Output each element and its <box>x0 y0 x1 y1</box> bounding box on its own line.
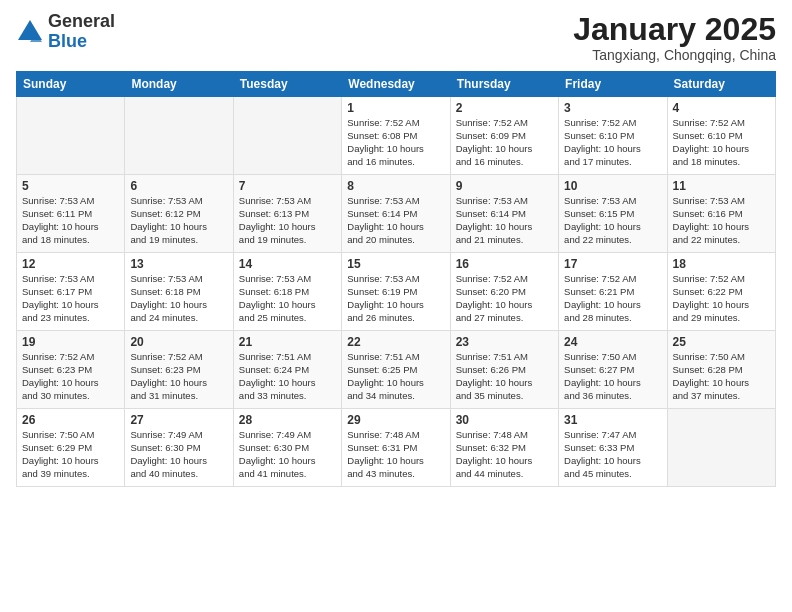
day-number: 30 <box>456 413 553 427</box>
day-number: 20 <box>130 335 227 349</box>
col-saturday: Saturday <box>667 72 775 97</box>
calendar-header-row: Sunday Monday Tuesday Wednesday Thursday… <box>17 72 776 97</box>
day-info: Sunrise: 7:51 AM Sunset: 6:25 PM Dayligh… <box>347 351 444 402</box>
calendar-cell <box>667 409 775 487</box>
header: General Blue January 2025 Tangxiang, Cho… <box>16 12 776 63</box>
day-number: 3 <box>564 101 661 115</box>
day-info: Sunrise: 7:53 AM Sunset: 6:14 PM Dayligh… <box>347 195 444 246</box>
day-number: 1 <box>347 101 444 115</box>
calendar-cell: 15Sunrise: 7:53 AM Sunset: 6:19 PM Dayli… <box>342 253 450 331</box>
calendar-cell <box>233 97 341 175</box>
day-number: 31 <box>564 413 661 427</box>
day-info: Sunrise: 7:53 AM Sunset: 6:11 PM Dayligh… <box>22 195 119 246</box>
calendar-cell: 19Sunrise: 7:52 AM Sunset: 6:23 PM Dayli… <box>17 331 125 409</box>
calendar-cell: 16Sunrise: 7:52 AM Sunset: 6:20 PM Dayli… <box>450 253 558 331</box>
day-number: 6 <box>130 179 227 193</box>
day-info: Sunrise: 7:49 AM Sunset: 6:30 PM Dayligh… <box>239 429 336 480</box>
day-info: Sunrise: 7:48 AM Sunset: 6:32 PM Dayligh… <box>456 429 553 480</box>
calendar-cell: 14Sunrise: 7:53 AM Sunset: 6:18 PM Dayli… <box>233 253 341 331</box>
day-number: 24 <box>564 335 661 349</box>
day-number: 10 <box>564 179 661 193</box>
calendar-week-3: 12Sunrise: 7:53 AM Sunset: 6:17 PM Dayli… <box>17 253 776 331</box>
page: General Blue January 2025 Tangxiang, Cho… <box>0 0 792 612</box>
logo-blue: Blue <box>48 32 115 52</box>
day-number: 11 <box>673 179 770 193</box>
day-info: Sunrise: 7:52 AM Sunset: 6:22 PM Dayligh… <box>673 273 770 324</box>
day-number: 25 <box>673 335 770 349</box>
day-info: Sunrise: 7:52 AM Sunset: 6:21 PM Dayligh… <box>564 273 661 324</box>
col-wednesday: Wednesday <box>342 72 450 97</box>
day-number: 13 <box>130 257 227 271</box>
logo-general: General <box>48 12 115 32</box>
day-info: Sunrise: 7:53 AM Sunset: 6:15 PM Dayligh… <box>564 195 661 246</box>
calendar-cell: 5Sunrise: 7:53 AM Sunset: 6:11 PM Daylig… <box>17 175 125 253</box>
calendar-cell: 9Sunrise: 7:53 AM Sunset: 6:14 PM Daylig… <box>450 175 558 253</box>
day-info: Sunrise: 7:52 AM Sunset: 6:10 PM Dayligh… <box>673 117 770 168</box>
day-number: 23 <box>456 335 553 349</box>
calendar-cell: 12Sunrise: 7:53 AM Sunset: 6:17 PM Dayli… <box>17 253 125 331</box>
day-info: Sunrise: 7:51 AM Sunset: 6:24 PM Dayligh… <box>239 351 336 402</box>
day-number: 9 <box>456 179 553 193</box>
day-info: Sunrise: 7:53 AM Sunset: 6:13 PM Dayligh… <box>239 195 336 246</box>
day-number: 18 <box>673 257 770 271</box>
calendar-cell: 27Sunrise: 7:49 AM Sunset: 6:30 PM Dayli… <box>125 409 233 487</box>
day-info: Sunrise: 7:53 AM Sunset: 6:19 PM Dayligh… <box>347 273 444 324</box>
calendar-cell: 8Sunrise: 7:53 AM Sunset: 6:14 PM Daylig… <box>342 175 450 253</box>
day-info: Sunrise: 7:52 AM Sunset: 6:23 PM Dayligh… <box>130 351 227 402</box>
day-info: Sunrise: 7:50 AM Sunset: 6:29 PM Dayligh… <box>22 429 119 480</box>
day-number: 28 <box>239 413 336 427</box>
logo-text: General Blue <box>48 12 115 52</box>
day-info: Sunrise: 7:52 AM Sunset: 6:08 PM Dayligh… <box>347 117 444 168</box>
day-info: Sunrise: 7:53 AM Sunset: 6:18 PM Dayligh… <box>130 273 227 324</box>
day-number: 21 <box>239 335 336 349</box>
day-info: Sunrise: 7:53 AM Sunset: 6:14 PM Dayligh… <box>456 195 553 246</box>
day-info: Sunrise: 7:47 AM Sunset: 6:33 PM Dayligh… <box>564 429 661 480</box>
day-number: 15 <box>347 257 444 271</box>
day-number: 8 <box>347 179 444 193</box>
day-number: 4 <box>673 101 770 115</box>
calendar-cell: 20Sunrise: 7:52 AM Sunset: 6:23 PM Dayli… <box>125 331 233 409</box>
location: Tangxiang, Chongqing, China <box>573 47 776 63</box>
day-info: Sunrise: 7:52 AM Sunset: 6:09 PM Dayligh… <box>456 117 553 168</box>
calendar-cell: 1Sunrise: 7:52 AM Sunset: 6:08 PM Daylig… <box>342 97 450 175</box>
day-info: Sunrise: 7:48 AM Sunset: 6:31 PM Dayligh… <box>347 429 444 480</box>
calendar-cell: 10Sunrise: 7:53 AM Sunset: 6:15 PM Dayli… <box>559 175 667 253</box>
day-info: Sunrise: 7:53 AM Sunset: 6:18 PM Dayligh… <box>239 273 336 324</box>
calendar-cell: 3Sunrise: 7:52 AM Sunset: 6:10 PM Daylig… <box>559 97 667 175</box>
logo-icon <box>16 18 44 46</box>
day-number: 27 <box>130 413 227 427</box>
col-monday: Monday <box>125 72 233 97</box>
col-friday: Friday <box>559 72 667 97</box>
calendar-cell: 2Sunrise: 7:52 AM Sunset: 6:09 PM Daylig… <box>450 97 558 175</box>
calendar-cell: 25Sunrise: 7:50 AM Sunset: 6:28 PM Dayli… <box>667 331 775 409</box>
day-info: Sunrise: 7:52 AM Sunset: 6:23 PM Dayligh… <box>22 351 119 402</box>
day-number: 26 <box>22 413 119 427</box>
calendar-cell: 30Sunrise: 7:48 AM Sunset: 6:32 PM Dayli… <box>450 409 558 487</box>
day-info: Sunrise: 7:53 AM Sunset: 6:16 PM Dayligh… <box>673 195 770 246</box>
day-info: Sunrise: 7:50 AM Sunset: 6:27 PM Dayligh… <box>564 351 661 402</box>
calendar-cell <box>17 97 125 175</box>
calendar-week-1: 1Sunrise: 7:52 AM Sunset: 6:08 PM Daylig… <box>17 97 776 175</box>
calendar: Sunday Monday Tuesday Wednesday Thursday… <box>16 71 776 487</box>
calendar-cell: 28Sunrise: 7:49 AM Sunset: 6:30 PM Dayli… <box>233 409 341 487</box>
col-tuesday: Tuesday <box>233 72 341 97</box>
day-number: 12 <box>22 257 119 271</box>
calendar-week-5: 26Sunrise: 7:50 AM Sunset: 6:29 PM Dayli… <box>17 409 776 487</box>
calendar-cell: 31Sunrise: 7:47 AM Sunset: 6:33 PM Dayli… <box>559 409 667 487</box>
day-info: Sunrise: 7:52 AM Sunset: 6:10 PM Dayligh… <box>564 117 661 168</box>
calendar-cell: 22Sunrise: 7:51 AM Sunset: 6:25 PM Dayli… <box>342 331 450 409</box>
day-number: 7 <box>239 179 336 193</box>
calendar-cell: 7Sunrise: 7:53 AM Sunset: 6:13 PM Daylig… <box>233 175 341 253</box>
calendar-cell: 4Sunrise: 7:52 AM Sunset: 6:10 PM Daylig… <box>667 97 775 175</box>
calendar-cell: 6Sunrise: 7:53 AM Sunset: 6:12 PM Daylig… <box>125 175 233 253</box>
day-info: Sunrise: 7:49 AM Sunset: 6:30 PM Dayligh… <box>130 429 227 480</box>
day-number: 19 <box>22 335 119 349</box>
day-number: 22 <box>347 335 444 349</box>
day-number: 17 <box>564 257 661 271</box>
calendar-cell: 13Sunrise: 7:53 AM Sunset: 6:18 PM Dayli… <box>125 253 233 331</box>
day-info: Sunrise: 7:53 AM Sunset: 6:17 PM Dayligh… <box>22 273 119 324</box>
calendar-cell: 23Sunrise: 7:51 AM Sunset: 6:26 PM Dayli… <box>450 331 558 409</box>
day-info: Sunrise: 7:51 AM Sunset: 6:26 PM Dayligh… <box>456 351 553 402</box>
calendar-cell: 21Sunrise: 7:51 AM Sunset: 6:24 PM Dayli… <box>233 331 341 409</box>
calendar-cell: 29Sunrise: 7:48 AM Sunset: 6:31 PM Dayli… <box>342 409 450 487</box>
